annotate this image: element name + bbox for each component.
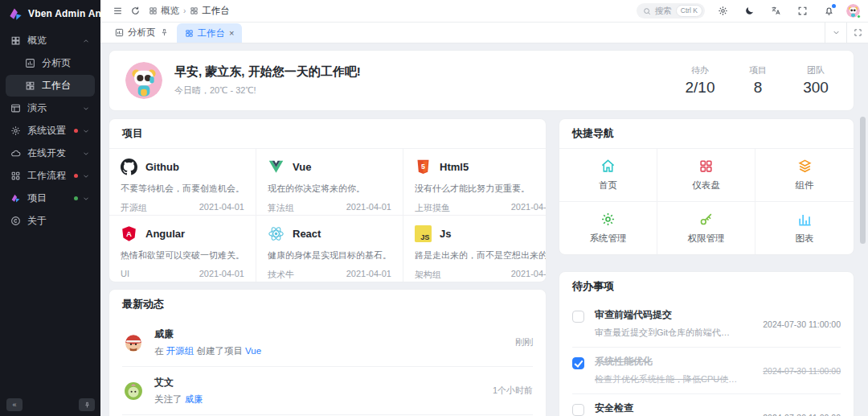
project-card-react[interactable]: React 健康的身体是实现目标的基石。 技术牛2021-04-01 <box>256 215 403 282</box>
quick-nav-permission[interactable]: 权限管理 <box>657 201 755 254</box>
todo-checkbox-checked[interactable] <box>572 357 584 369</box>
tabs-dropdown-button[interactable] <box>825 23 846 43</box>
project-date: 2021-04-01 <box>199 269 244 278</box>
react-icon <box>268 225 285 242</box>
breadcrumb-separator: › <box>183 6 186 15</box>
quick-nav-home[interactable]: 首页 <box>559 148 657 201</box>
projects-grid: Github 不要等待机会，而要创造机会。 开源组2021-04-01 Vue … <box>109 148 546 282</box>
quick-nav-card: 快捷导航 首页 仪表盘 组件 <box>559 118 854 255</box>
sidebar-item-online-dev[interactable]: 在线开发 <box>6 142 95 164</box>
sidebar-item-overview[interactable]: 概览 <box>6 30 95 51</box>
language-switcher[interactable] <box>767 3 784 19</box>
sidebar-item-workbench[interactable]: 工作台 <box>6 75 95 97</box>
maximize-content-button[interactable] <box>846 23 868 43</box>
project-card-github[interactable]: Github 不要等待机会，而要创造机会。 开源组2021-04-01 <box>109 148 256 215</box>
project-group: 技术牛 <box>268 269 294 281</box>
project-card-angular[interactable]: A Angular 热情和欲望可以突破一切难关。 UI2021-04-01 <box>109 215 256 282</box>
red-badge-dot <box>74 129 78 133</box>
key-icon <box>698 212 714 227</box>
moon-icon <box>744 6 755 16</box>
project-card-js[interactable]: JS Js 路是走出来的，而不是空想出来的。 架构组2021-04-01 <box>403 215 547 282</box>
close-tab-icon[interactable]: × <box>229 29 234 38</box>
project-group: 算法组 <box>268 202 294 214</box>
project-group: 上班摸鱼 <box>415 202 450 214</box>
sidebar-item-system-settings[interactable]: 系统设置 <box>6 120 95 142</box>
sidebar-item-about[interactable]: 关于 <box>6 210 95 232</box>
chevron-down-icon <box>82 195 90 203</box>
user-avatar[interactable] <box>846 4 860 18</box>
fullscreen-button[interactable] <box>793 3 811 19</box>
workflow-icon <box>10 171 22 182</box>
svg-text:JS: JS <box>420 233 429 241</box>
quick-nav-components[interactable]: 组件 <box>755 148 854 201</box>
weather-subtitle: 今日晴，20℃ - 32℃! <box>174 84 361 97</box>
pin-icon[interactable] <box>160 28 169 37</box>
grid-icon <box>10 35 22 47</box>
search-placeholder: 搜索 <box>655 6 672 17</box>
sidebar-item-analytics[interactable]: 分析页 <box>6 52 95 74</box>
refresh-icon <box>130 6 141 16</box>
svg-text:A: A <box>126 229 132 238</box>
chevron-down-icon <box>82 105 90 113</box>
chevron-down-icon <box>82 172 90 180</box>
maximize-icon <box>854 28 862 37</box>
project-date: 2021-04-01 <box>346 269 391 281</box>
chevron-down-icon <box>82 150 90 158</box>
activity-item: 艾文 关注了 威廉 1个小时前 <box>122 367 533 415</box>
refresh-button[interactable] <box>126 3 144 19</box>
github-icon <box>121 159 137 175</box>
todo-card: 待办事项 审查前端代码提交 审查最近提交到Git仓库的前端代码，确保代码质量和规… <box>559 271 854 416</box>
breadcrumb-overview[interactable]: 概览 <box>149 5 179 17</box>
project-card-vue[interactable]: Vue 现在的你决定将来的你。 算法组2021-04-01 <box>256 148 403 215</box>
bell-icon <box>824 6 834 16</box>
activity-link-project[interactable]: Vue <box>245 346 261 356</box>
sidebar-item-project[interactable]: 项目 <box>6 187 95 209</box>
quick-nav-charts[interactable]: 图表 <box>755 201 854 254</box>
red-badge-dot <box>74 174 78 178</box>
activity-title: 最新动态 <box>109 290 546 319</box>
quick-nav-system[interactable]: 系统管理 <box>559 201 657 254</box>
activity-time: 刚刚 <box>515 336 533 348</box>
content-scrollbar[interactable] <box>860 117 866 244</box>
avatar-william <box>122 332 145 354</box>
grid-icon <box>149 6 158 15</box>
project-card-html5[interactable]: 5 Html5 没有什么才能比努力更重要。 上班摸鱼2021-04-01 <box>403 148 547 215</box>
tab-analytics[interactable]: 分析页 <box>107 23 177 43</box>
dark-mode-toggle[interactable] <box>740 3 758 19</box>
copyright-icon <box>10 216 22 227</box>
sidebar: Vben Admin Antd 概览 分析页 工作台 演示 <box>0 0 100 416</box>
todo-checkbox[interactable] <box>572 404 584 416</box>
activity-link-group[interactable]: 开源组 <box>166 346 194 356</box>
vue-icon <box>268 159 285 175</box>
app-logo[interactable]: Vben Admin Antd <box>0 0 100 27</box>
topbar: 概览 › 工作台 搜索 Ctrl K <box>100 0 868 23</box>
sidebar-pin-button[interactable] <box>79 398 95 411</box>
dashboard-grid-icon <box>698 159 714 174</box>
chevron-down-icon <box>82 127 90 135</box>
sidebar-item-demo[interactable]: 演示 <box>6 97 95 119</box>
chart-icon <box>25 58 36 69</box>
quick-nav-dashboard[interactable]: 仪表盘 <box>657 148 755 201</box>
dashboard-icon <box>185 29 194 38</box>
todo-title: 待办事项 <box>559 272 854 301</box>
project-date: 2021-04-01 <box>199 202 244 214</box>
settings-button[interactable] <box>714 3 731 19</box>
notifications-button[interactable] <box>820 3 837 19</box>
tab-workbench[interactable]: 工作台 × <box>177 23 243 43</box>
breadcrumb-workbench[interactable]: 工作台 <box>190 5 230 17</box>
global-search[interactable]: 搜索 Ctrl K <box>637 3 705 19</box>
app-title: Vben Admin Antd <box>28 8 111 19</box>
project-group: 架构组 <box>415 269 441 281</box>
stat-projects: 项目 8 <box>739 64 776 97</box>
sidebar-collapse-button[interactable]: « <box>6 398 23 411</box>
translate-icon <box>771 6 781 16</box>
sidebar-item-workflow[interactable]: 工作流程 <box>6 165 95 187</box>
activity-list: 威廉 在 开源组 创建了项目 Vue 刚刚 艾文 关注了 威廉 <box>109 319 546 416</box>
menu-toggle-button[interactable] <box>108 3 126 19</box>
bar-chart-icon <box>797 212 813 227</box>
app-window: Vben Admin Antd 概览 分析页 工作台 演示 <box>0 0 868 416</box>
activity-link-user[interactable]: 威廉 <box>185 394 203 404</box>
todo-checkbox[interactable] <box>572 311 584 323</box>
online-status-dot <box>857 14 861 19</box>
tabbar-controls <box>825 23 868 43</box>
